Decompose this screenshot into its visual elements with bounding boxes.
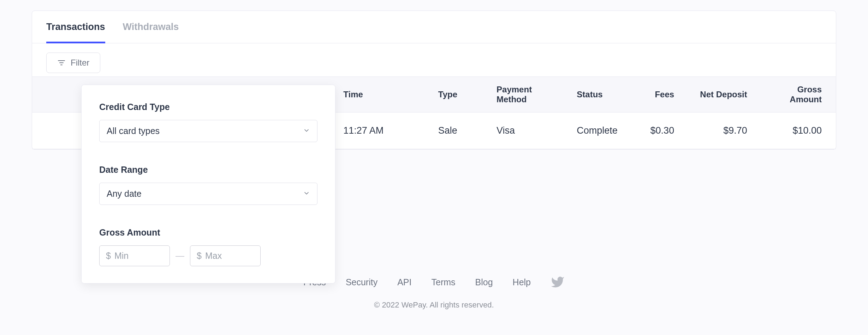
filter-popover: Credit Card Type All card types Date Ran… — [81, 85, 335, 284]
filter-max-input[interactable] — [205, 251, 254, 261]
filter-gross-amount-label: Gross Amount — [99, 227, 317, 238]
twitter-icon[interactable] — [551, 275, 565, 289]
filter-credit-card-value: All card types — [107, 126, 160, 136]
table-header-gross-amount: Gross Amount — [756, 77, 836, 112]
table-header-payment-method: Payment Method — [488, 77, 568, 112]
filter-gross-amount-section: Gross Amount $ — $ — [99, 227, 317, 266]
filter-date-range-label: Date Range — [99, 165, 317, 175]
filter-button-label: Filter — [71, 58, 89, 68]
cell-gross-amount: $10.00 — [756, 112, 836, 149]
filter-date-range-section: Date Range Any date — [99, 165, 317, 205]
chevron-down-icon — [303, 189, 310, 199]
currency-symbol: $ — [106, 251, 111, 261]
cell-status: Complete — [568, 112, 628, 149]
filter-credit-card-label: Credit Card Type — [99, 102, 317, 112]
filter-date-range-select[interactable]: Any date — [99, 183, 317, 205]
cell-net-deposit: $9.70 — [683, 112, 756, 149]
tabs: Transactions Withdrawals — [32, 11, 836, 43]
chevron-down-icon — [303, 126, 310, 136]
filter-credit-card-section: Credit Card Type All card types — [99, 102, 317, 142]
table-header-time: Time — [335, 77, 430, 112]
table-header-type: Type — [430, 77, 488, 112]
tab-transactions[interactable]: Transactions — [46, 11, 105, 43]
filter-max-input-wrapper: $ — [190, 245, 261, 266]
filter-button[interactable]: Filter — [46, 53, 100, 73]
footer-link-blog[interactable]: Blog — [475, 277, 493, 287]
filter-icon — [57, 59, 66, 67]
filter-date-range-value: Any date — [107, 189, 142, 199]
table-header-net-deposit: Net Deposit — [683, 77, 756, 112]
tab-withdrawals[interactable]: Withdrawals — [123, 11, 179, 43]
footer-link-terms[interactable]: Terms — [431, 277, 455, 287]
currency-symbol: $ — [197, 251, 202, 261]
filter-min-input[interactable] — [114, 251, 163, 261]
toolbar: Filter — [32, 43, 836, 77]
footer-link-security[interactable]: Security — [346, 277, 377, 287]
footer-link-api[interactable]: API — [397, 277, 411, 287]
filter-min-input-wrapper: $ — [99, 245, 170, 266]
footer-copyright: © 2022 WePay. All rights reserved. — [0, 300, 868, 310]
table-header-status: Status — [568, 77, 628, 112]
cell-time: 11:27 AM — [335, 112, 430, 149]
footer-link-help[interactable]: Help — [513, 277, 531, 287]
table-header-fees: Fees — [628, 77, 683, 112]
cell-payment-method: Visa — [488, 112, 568, 149]
cell-type: Sale — [430, 112, 488, 149]
range-dash: — — [176, 251, 184, 261]
filter-credit-card-select[interactable]: All card types — [99, 120, 317, 142]
cell-fees: $0.30 — [628, 112, 683, 149]
